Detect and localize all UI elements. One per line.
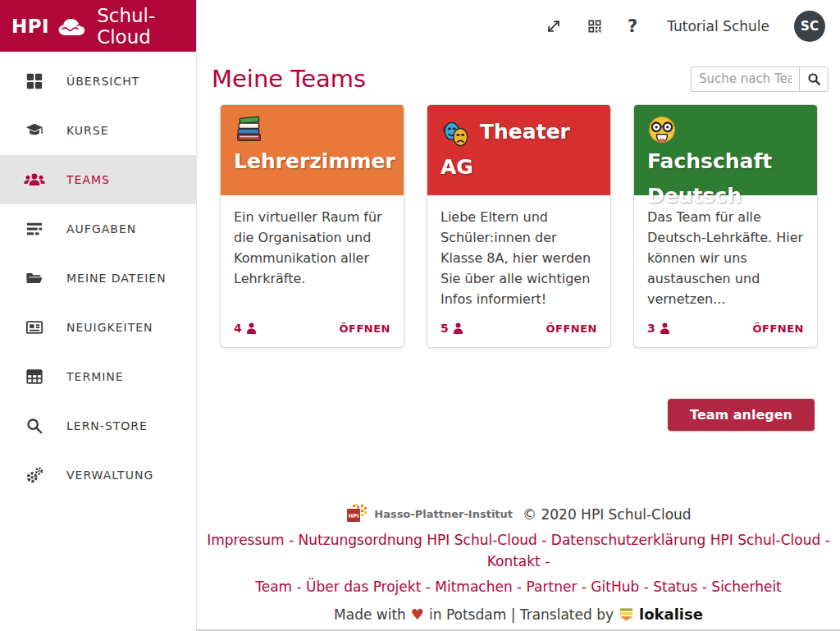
footer-links-line2: Team - Über das Projekt - Mitmachen - Pa… bbox=[197, 576, 840, 597]
qrcode-icon[interactable] bbox=[587, 18, 603, 34]
sidebar-item-label: VERWALTUNG bbox=[66, 469, 153, 482]
calendar-table-icon bbox=[24, 368, 45, 386]
team-searchbar bbox=[691, 66, 829, 92]
team-description: Liebe Eltern und Schüler:innen der Klass… bbox=[427, 195, 610, 322]
school-name: Tutorial Schule bbox=[667, 18, 769, 34]
newspaper-icon bbox=[24, 318, 45, 336]
footer: HPI Hasso-Plattner-Institut © 2020 HPI S… bbox=[197, 503, 840, 623]
team-cards: Lehrerzimmer Ein virtueller Raum für die… bbox=[197, 104, 840, 348]
team-card-lehrerzimmer[interactable]: Lehrerzimmer Ein virtueller Raum für die… bbox=[220, 104, 404, 348]
sidebar-item-label: MEINE DATEIEN bbox=[66, 272, 167, 285]
sidebar-item-label: TEAMS bbox=[66, 173, 110, 186]
fullscreen-icon[interactable] bbox=[546, 18, 562, 34]
person-icon bbox=[246, 322, 257, 334]
lokalise-brand[interactable]: lokalise bbox=[639, 606, 703, 623]
create-team-button[interactable]: Team anlegen bbox=[668, 399, 815, 431]
footer-link-ueber-das-projekt[interactable]: Über das Projekt bbox=[306, 578, 421, 595]
member-count: 4 bbox=[234, 322, 257, 335]
sidebar-item-verwaltung[interactable]: VERWALTUNG bbox=[0, 450, 196, 500]
team-card-theater-ag[interactable]: Theater AG Liebe Eltern und Schüler:inne… bbox=[427, 104, 611, 348]
footer-link-partner[interactable]: Partner bbox=[527, 578, 578, 595]
footer-link-sicherheit[interactable]: Sicherheit bbox=[711, 578, 781, 595]
sidebar-nav: ÜBERSICHT KURSE TEAMS AUFGABEN bbox=[0, 57, 196, 500]
footer-link-kontakt[interactable]: Kontakt bbox=[487, 553, 541, 569]
search-icon bbox=[807, 72, 821, 86]
team-card-header: Theater AG bbox=[427, 105, 610, 195]
sidebar-item-teams[interactable]: TEAMS bbox=[0, 155, 196, 204]
avatar-initials: SC bbox=[801, 19, 819, 34]
search-button[interactable] bbox=[799, 66, 829, 92]
cogs-icon bbox=[24, 466, 45, 484]
tasks-icon bbox=[24, 220, 45, 238]
footer-link-team[interactable]: Team bbox=[255, 578, 292, 595]
theater-masks-icon bbox=[441, 121, 472, 150]
member-count: 3 bbox=[647, 322, 670, 335]
open-team-link[interactable]: ÖFFNEN bbox=[546, 322, 597, 335]
folder-open-icon bbox=[24, 269, 45, 287]
sidebar-item-label: LERN-STORE bbox=[66, 419, 148, 432]
footer-link-github[interactable]: GitHub bbox=[591, 578, 639, 595]
page-title: Meine Teams bbox=[212, 65, 366, 93]
team-card-fachschaft-deutsch[interactable]: Fachschaft Deutsch Das Team für alle Deu… bbox=[633, 104, 818, 348]
cloud-logo-icon bbox=[55, 14, 91, 39]
sidebar-item-label: ÜBERSICHT bbox=[66, 75, 139, 88]
lokalise-logo-icon bbox=[619, 606, 634, 622]
institute-name: Hasso-Plattner-Institut bbox=[374, 508, 513, 520]
hpi-logo: HPI bbox=[345, 503, 368, 525]
help-icon[interactable]: ? bbox=[628, 16, 637, 36]
search-input[interactable] bbox=[691, 66, 799, 92]
person-icon bbox=[660, 322, 670, 334]
app-window: HPI Schul-Cloud ÜBERSICHT bbox=[0, 0, 840, 631]
sidebar-item-neuigkeiten[interactable]: NEUIGKEITEN bbox=[0, 303, 196, 352]
graduation-cap-icon bbox=[24, 121, 45, 139]
team-card-header: Fachschaft Deutsch bbox=[634, 105, 817, 195]
team-title: Lehrerzimmer bbox=[234, 149, 395, 173]
logo-hpi-text: HPI bbox=[11, 16, 49, 37]
sidebar-item-label: TERMINE bbox=[66, 370, 124, 383]
grid-icon bbox=[24, 72, 45, 90]
sidebar-item-kurse[interactable]: KURSE bbox=[0, 106, 196, 155]
sidebar-item-label: KURSE bbox=[66, 124, 109, 137]
made-with-line: Made with ♥ in Potsdam | Translated by l… bbox=[197, 606, 840, 623]
books-icon bbox=[234, 115, 265, 144]
sidebar: HPI Schul-Cloud ÜBERSICHT bbox=[0, 0, 197, 631]
member-count: 5 bbox=[441, 322, 463, 335]
heart-icon: ♥ bbox=[411, 606, 424, 623]
sidebar-item-meine-dateien[interactable]: MEINE DATEIEN bbox=[0, 254, 196, 303]
search-icon bbox=[24, 417, 45, 435]
team-card-header: Lehrerzimmer bbox=[221, 105, 404, 195]
footer-link-nutzungsordnung[interactable]: Nutzungsordnung HPI Schul-Cloud bbox=[299, 532, 537, 548]
sidebar-item-lern-store[interactable]: LERN-STORE bbox=[0, 401, 196, 450]
sidebar-item-aufgaben[interactable]: AUFGABEN bbox=[0, 204, 196, 254]
open-team-link[interactable]: ÖFFNEN bbox=[340, 322, 390, 335]
footer-link-status[interactable]: Status bbox=[653, 578, 697, 595]
app-logo[interactable]: HPI Schul-Cloud bbox=[0, 0, 196, 52]
footer-link-impressum[interactable]: Impressum bbox=[207, 532, 285, 548]
users-icon bbox=[24, 171, 45, 189]
svg-text:HPI: HPI bbox=[349, 513, 359, 519]
open-team-link[interactable]: ÖFFNEN bbox=[753, 322, 804, 335]
person-icon bbox=[453, 322, 463, 334]
team-description: Ein virtueller Raum für die Organisation… bbox=[221, 195, 404, 322]
footer-link-mitmachen[interactable]: Mitmachen bbox=[435, 578, 512, 595]
team-description: Das Team für alle Deutsch-Lehrkäfte. Hie… bbox=[634, 195, 817, 322]
topbar: ? Tutorial Schule SC bbox=[197, 0, 840, 52]
sidebar-item-uebersicht[interactable]: ÜBERSICHT bbox=[0, 57, 196, 106]
copyright: © 2020 HPI Schul-Cloud bbox=[523, 506, 692, 523]
footer-link-datenschutz[interactable]: Datenschutzerklärung HPI Schul-Cloud bbox=[551, 532, 820, 548]
user-avatar[interactable]: SC bbox=[794, 11, 825, 42]
sidebar-item-label: NEUIGKEITEN bbox=[66, 321, 153, 334]
footer-links-line1: Impressum - Nutzungsordnung HPI Schul-Cl… bbox=[197, 529, 840, 572]
sidebar-item-termine[interactable]: TERMINE bbox=[0, 352, 196, 401]
main-content: Meine Teams bbox=[197, 52, 840, 631]
nerd-face-icon bbox=[647, 115, 677, 144]
sidebar-item-label: AUFGABEN bbox=[66, 222, 136, 235]
logo-product-name: Schul-Cloud bbox=[97, 5, 196, 48]
